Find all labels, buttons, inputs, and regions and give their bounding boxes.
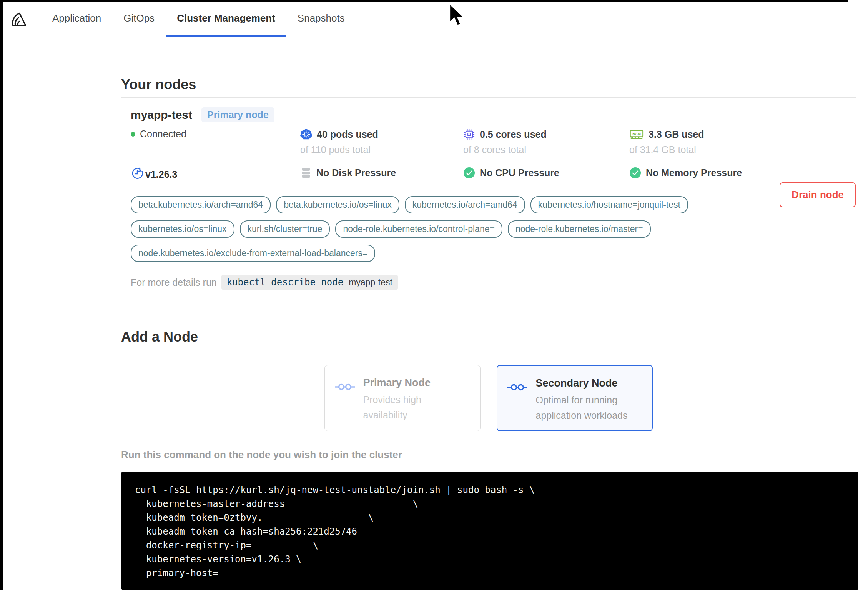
- secondary-node-card[interactable]: Secondary Node Optimal for running appli…: [497, 365, 653, 431]
- primary-node-title: Primary Node: [363, 377, 459, 389]
- node-name: myapp-test: [131, 108, 192, 122]
- node-label-tag: kurl.sh/cluster=true: [240, 220, 330, 238]
- cores-used-label: 0.5 cores used: [480, 129, 547, 140]
- node-label-tag: kubernetes.io/os=linux: [131, 220, 234, 238]
- node-label-tag: kubernetes.io/hostname=jonquil-test: [530, 196, 688, 213]
- pods-used-label: 40 pods used: [317, 129, 378, 140]
- mouse-cursor: [448, 3, 466, 28]
- kubectl-command: kubectl describe node: [227, 277, 343, 288]
- pods-total-label: of 110 pods total: [300, 144, 463, 155]
- condition-memory: No Memory Pressure: [629, 167, 856, 179]
- tab-label: Application: [52, 12, 101, 24]
- node-card: myapp-test Primary node Connected: [121, 107, 856, 290]
- stat-cores: 0.5 cores used of 8 cores total: [463, 128, 629, 155]
- join-command-line: kubeadm-token-ca-hash=sha256:221d25746: [135, 525, 858, 538]
- node-label-tag: beta.kubernetes.io/arch=amd64: [131, 196, 271, 213]
- cpu-icon: [463, 128, 475, 140]
- join-command-line: kubeadm-token=0ztbvy. \: [135, 511, 858, 525]
- memory-used-label: 3.3 GB used: [649, 129, 704, 140]
- replicated-logo-icon: [10, 11, 27, 28]
- node-labels: beta.kubernetes.io/arch=amd64 beta.kuber…: [131, 196, 746, 262]
- main-content: Your nodes myapp-test Primary node Conne…: [121, 77, 856, 590]
- kubectl-command-arg: myapp-test: [349, 277, 392, 288]
- node-link-icon: [335, 382, 355, 393]
- join-command-block: curl -fsSL https://kurl.sh/jq-new-test-u…: [121, 472, 858, 590]
- details-prefix: For more details run: [131, 277, 217, 288]
- window-edge-left: [0, 0, 3, 590]
- tab-label: Snapshots: [298, 12, 345, 24]
- memory-total-label: of 31.4 GB total: [629, 144, 856, 155]
- stat-pods: 40 pods used of 110 pods total: [300, 128, 463, 155]
- join-instruction: Run this command on the node you wish to…: [121, 449, 856, 461]
- node-label-tag: beta.kubernetes.io/os=linux: [276, 196, 399, 213]
- your-nodes-heading: Your nodes: [121, 77, 856, 93]
- node-type-options: Primary Node Provides high availability …: [121, 365, 856, 431]
- join-command-line: docker-registry-ip= \: [135, 538, 858, 552]
- ram-icon: RAM: [629, 128, 644, 140]
- version-history-icon: [131, 167, 144, 180]
- primary-node-badge: Primary node: [201, 107, 274, 122]
- disk-pressure-label: No Disk Pressure: [316, 167, 396, 178]
- tab-label: Cluster Management: [177, 12, 275, 24]
- top-nav: Application GitOps Cluster Management Sn…: [0, 0, 868, 37]
- tab-label: GitOps: [123, 12, 155, 24]
- check-icon: [463, 167, 475, 179]
- svg-text:RAM: RAM: [632, 132, 641, 136]
- tab-cluster-management[interactable]: Cluster Management: [166, 0, 286, 37]
- node-label-tag: node-role.kubernetes.io/master=: [508, 220, 651, 238]
- node-label-tag: node-role.kubernetes.io/control-plane=: [335, 220, 502, 238]
- tab-gitops[interactable]: GitOps: [112, 0, 166, 37]
- connected-dot-icon: [131, 132, 135, 137]
- check-icon: [629, 167, 641, 179]
- node-details-hint: For more details run kubectl describe no…: [131, 275, 856, 290]
- condition-disk: No Disk Pressure: [300, 167, 463, 179]
- cores-total-label: of 8 cores total: [463, 144, 629, 155]
- primary-node-description: Provides high availability: [363, 392, 459, 423]
- stat-memory: RAM 3.3 GB used of 31.4 GB total: [629, 128, 856, 155]
- primary-node-card[interactable]: Primary Node Provides high availability: [324, 365, 481, 431]
- nav-tabs: Application GitOps Cluster Management Sn…: [41, 0, 356, 37]
- add-node-heading: Add a Node: [121, 329, 856, 345]
- node-version: v1.26.3: [131, 167, 300, 180]
- cpu-pressure-label: No CPU Pressure: [480, 167, 559, 178]
- memory-pressure-label: No Memory Pressure: [646, 167, 742, 178]
- tab-application[interactable]: Application: [41, 0, 112, 37]
- join-command-line: kubernetes-version=v1.26.3 \: [135, 552, 858, 566]
- kubectl-command-chip: kubectl describe node myapp-test: [221, 275, 398, 290]
- join-command-line: kubernetes-master-address= \: [135, 497, 858, 511]
- status-label: Connected: [140, 128, 186, 140]
- join-command-line: curl -fsSL https://kurl.sh/jq-new-test-u…: [135, 483, 858, 497]
- version-label: v1.26.3: [145, 169, 177, 180]
- kubernetes-icon: [300, 128, 312, 140]
- node-status: Connected: [131, 128, 300, 140]
- active-tab-underline: [166, 35, 286, 37]
- node-label-tag: kubernetes.io/arch=amd64: [405, 196, 525, 213]
- condition-cpu: No CPU Pressure: [463, 167, 629, 179]
- section-divider: [121, 350, 856, 350]
- drain-node-button[interactable]: Drain node: [780, 182, 856, 207]
- node-label-tag: node.kubernetes.io/exclude-from-external…: [131, 245, 375, 262]
- join-command-line: primary-host=: [135, 566, 858, 580]
- tab-snapshots[interactable]: Snapshots: [286, 0, 356, 37]
- secondary-node-title: Secondary Node: [536, 377, 632, 389]
- secondary-node-description: Optimal for running application workload…: [536, 392, 632, 423]
- section-divider: [121, 97, 856, 98]
- window-edge-top: [0, 0, 848, 2]
- disk-icon: [300, 167, 312, 179]
- node-link-icon: [507, 383, 527, 393]
